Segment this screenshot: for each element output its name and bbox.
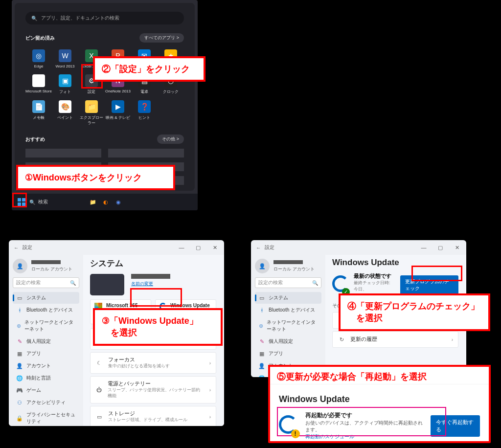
sidebar-item-ネットワークとインターネット[interactable]: ⊕ネットワークとインターネット (255, 316, 321, 335)
taskbar-app-icon[interactable]: ◉ (114, 197, 123, 207)
recommended-label: おすすめ (25, 136, 45, 143)
nav-label: Bluetooth とデバイス (269, 307, 315, 314)
nav-icon: ✎ (258, 338, 265, 345)
app-label: メモ帳 (33, 115, 45, 120)
app-label: ペイント (57, 115, 73, 120)
wu-status-icon: ✓ (332, 275, 349, 295)
sidebar-item-個人用設定[interactable]: ✎個人用設定 (13, 336, 79, 347)
account-block[interactable]: 👤 ローカル アカウント (13, 259, 79, 273)
nav-icon: ▭ (16, 294, 23, 301)
sidebar-item-Bluetooth とデバイス[interactable]: ᚼBluetooth とデバイス (13, 304, 79, 316)
app-icon: 🎨 (59, 100, 71, 113)
recommended-item[interactable] (108, 149, 184, 157)
start-search[interactable]: 🔍 アプリ、設定、ドキュメントの検索 (25, 12, 184, 24)
system-row-1[interactable]: ☾フォーカス集中の妨げとなる通知を減らす› (90, 352, 216, 374)
nav-label: システム (269, 294, 288, 301)
history-icon: ↻ (338, 336, 345, 343)
nav-icon: ⚇ (16, 399, 23, 406)
app-icon: ◎ (32, 49, 45, 62)
account-block[interactable]: 👤 ローカル アカウント (255, 259, 321, 273)
wu-notice-title: Windows Update (279, 394, 480, 404)
sidebar-item-アカウント[interactable]: 👤アカウント (13, 360, 79, 372)
nav-label: 個人用設定 (26, 338, 51, 345)
sidebar-item-個人用設定[interactable]: ✎個人用設定 (255, 336, 321, 347)
sidebar: 👤 ローカル アカウント 設定の検索 🔍 ▭システムᚼBluetooth とデバ… (251, 255, 325, 377)
nav-icon: ᚼ (258, 307, 265, 314)
titlebar: ← 設定 — ▢ ✕ (251, 240, 466, 255)
nav-icon: ⊕ (258, 322, 263, 329)
nav-icon: ⊕ (16, 322, 21, 329)
account-type: ローカル アカウント (273, 267, 315, 271)
sidebar-item-プライバシーとセキュリティ[interactable]: 🔒プライバシーとセキュリティ (13, 409, 79, 426)
sidebar-item-ゲーム[interactable]: 🎮ゲーム (13, 384, 79, 396)
pinned-label: ピン留め済み (25, 35, 55, 42)
chevron-right-icon: › (209, 360, 211, 366)
pinned-app-6[interactable]: 🛍Microsoft Store (25, 72, 52, 96)
sidebar-item-アプリ[interactable]: ▦アプリ (13, 348, 79, 359)
nav-label: アプリ (26, 350, 41, 357)
back-button[interactable]: ← (14, 245, 19, 250)
minimize-button[interactable]: — (416, 242, 431, 253)
pinned-app-12[interactable]: 📄メモ帳 (25, 98, 52, 128)
sidebar-item-アプリ[interactable]: ▦アプリ (255, 348, 321, 359)
taskbar-app-icon[interactable]: 📁 (88, 197, 98, 207)
pinned-app-16[interactable]: ❓ヒント (131, 98, 158, 128)
nav-label: アプリ (269, 350, 283, 357)
settings-nav: ▭システムᚼBluetooth とデバイス⊕ネットワークとインターネット✎個人用… (255, 292, 321, 377)
maximize-button[interactable]: ▢ (191, 242, 205, 253)
avatar-icon: 👤 (13, 259, 27, 273)
search-icon: 🔍 (312, 280, 318, 286)
nav-icon: ᚼ (16, 307, 23, 314)
sidebar-item-Bluetooth とデバイス[interactable]: ᚼBluetooth とデバイス (255, 304, 321, 316)
pinned-app-1[interactable]: WWord 2013 (52, 47, 78, 70)
sidebar-item-ネットワークとインターネット[interactable]: ⊕ネットワークとインターネット (13, 316, 79, 335)
sidebar-item-システム[interactable]: ▭システム (255, 292, 321, 304)
all-apps-button[interactable]: すべてのアプリ > (139, 33, 184, 43)
settings-search[interactable]: 設定の検索 🔍 (13, 277, 79, 288)
nav-label: アクセシビリティ (26, 399, 66, 406)
nav-icon: 🔒 (16, 415, 23, 422)
minimize-button[interactable]: — (174, 242, 189, 253)
app-icon: ▶ (112, 100, 124, 113)
system-row-3[interactable]: ▭ストレージストレージ領域、ドライブ、構成ルール› (90, 406, 216, 426)
sidebar-item-時刻と言語[interactable]: 🌐時刻と言語 (13, 372, 79, 384)
sidebar-item-システム[interactable]: ▭システム (13, 292, 79, 304)
nav-label: 個人用設定 (269, 338, 293, 345)
app-icon: ▣ (59, 74, 71, 87)
row-icon: ☾ (95, 359, 103, 367)
search-icon: 🔍 (29, 200, 35, 205)
callout-5: ⑤更新が必要な場合「再起動」を選択 (268, 365, 491, 386)
close-button[interactable]: ✕ (207, 242, 222, 253)
system-row-2[interactable]: ⏻電源とバッテリースリープ、バッテリ使用状況、バッテリー節約機能› (90, 376, 216, 403)
wu-status-title: 最新の状態です (354, 272, 395, 280)
app-label: OneNote 2013 (105, 89, 131, 93)
recommended-item[interactable] (25, 149, 101, 157)
rename-link[interactable]: 名前の変更 (131, 281, 170, 287)
app-icon: W (59, 49, 71, 62)
pinned-app-14[interactable]: 📁エクスプローラー (78, 98, 105, 128)
back-button[interactable]: ← (256, 245, 261, 250)
sidebar-item-アクセシビリティ[interactable]: ⚇アクセシビリティ (13, 397, 79, 408)
pinned-app-0[interactable]: ◎Edge (25, 47, 52, 70)
device-thumb (90, 274, 124, 295)
maximize-button[interactable]: ▢ (433, 242, 448, 253)
close-button[interactable]: ✕ (450, 242, 464, 253)
highlight-wu-card (130, 288, 182, 307)
update-history-row[interactable]: ↻ 更新の履歴 › (332, 331, 458, 348)
settings-search[interactable]: 設定の検索 🔍 (255, 277, 321, 288)
nav-label: ネットワークとインターネット (267, 319, 318, 333)
pinned-app-13[interactable]: 🎨ペイント (52, 98, 78, 128)
row-sub: スリープ、バッテリ使用状況、バッテリー節約機能 (108, 387, 204, 399)
pinned-app-7[interactable]: ▣フォト (52, 72, 78, 96)
account-type: ローカル アカウント (31, 267, 72, 271)
row-icon: ▭ (95, 413, 103, 421)
nav-icon: ▭ (258, 294, 265, 301)
more-button[interactable]: その他 > (157, 134, 184, 144)
pinned-app-15[interactable]: ▶映画 & テレビ (105, 98, 131, 128)
warning-icon: ! (291, 429, 300, 438)
nav-label: アカウント (26, 362, 51, 369)
app-icon: 🛍 (32, 74, 45, 87)
taskbar-search[interactable]: 🔍 検索 (29, 199, 48, 205)
taskbar-app-icon[interactable]: ◐ (101, 197, 111, 207)
settings-search-placeholder: 設定の検索 (258, 279, 283, 286)
